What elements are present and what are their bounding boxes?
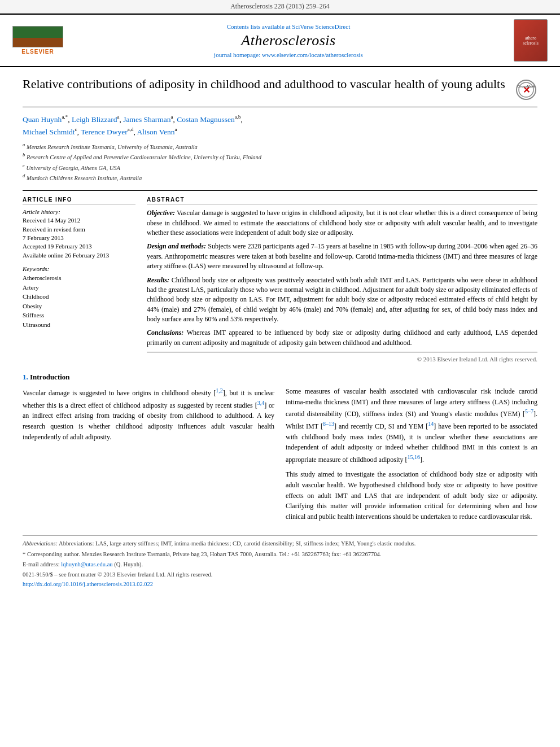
- crossmark-svg: ✕ CrossMark: [518, 81, 535, 98]
- sciverse-line: Contents lists available at SciVerse Sci…: [75, 23, 502, 30]
- intro-right-para1: Some measures of vascular health associa…: [286, 386, 537, 465]
- keyword-stiffness: Stiffness: [23, 311, 135, 320]
- abstract-design-head: Design and methods:: [147, 242, 206, 250]
- logo-brown-part: [13, 38, 63, 47]
- received-date: Received 14 May 2012: [23, 216, 135, 225]
- abstract-conclusions-head: Conclusions:: [147, 329, 183, 337]
- affil-a: a Menzies Research Institute Tasmania, U…: [23, 141, 537, 151]
- email-link[interactable]: lqhuynh@utas.edu.au: [61, 561, 112, 567]
- sciverse-link[interactable]: SciVerse ScienceDirect: [292, 23, 350, 30]
- abstract-label: ABSTRACT: [147, 196, 537, 205]
- received-revised-label: Received in revised form: [23, 225, 135, 234]
- footnote-email: E-mail address: lqhuynh@utas.edu.au (Q. …: [23, 560, 537, 569]
- abstract-results-text: Childhood body size or adiposity was pos…: [147, 276, 537, 324]
- affil-d: d Murdoch Childrens Research Institute, …: [23, 172, 537, 182]
- abstract-conclusions-text: Whereas IMT appeared to be influenced by…: [147, 329, 537, 346]
- authors: Quan Huynha,*, Leigh Blizzarda, James Sh…: [23, 113, 537, 138]
- intro-title: 1. Introduction: [23, 373, 537, 382]
- abbrev-text: Abbreviations: LAS, large artery stiffne…: [59, 540, 415, 547]
- thumbnail-label: atherosclerosis: [522, 34, 540, 47]
- article-title: Relative contributions of adiposity in c…: [23, 76, 509, 93]
- doi-line[interactable]: http://dx.doi.org/10.1016/j.atherosclero…: [23, 581, 537, 587]
- elsevier-wordmark: ELSEVIER: [21, 49, 54, 55]
- footnote-issn: 0021-9150/$ – see front matter © 2013 El…: [23, 570, 537, 579]
- elsevier-logo-image: [12, 26, 63, 47]
- intro-section-title: Introduction: [30, 373, 70, 381]
- keyword-atherosclerosis: Atherosclerosis: [23, 273, 135, 283]
- abstract-results: Results: Childhood body size or adiposit…: [147, 276, 537, 325]
- author-terence: Terence Dwyer: [81, 128, 128, 136]
- journal-homepage: journal homepage: www.elsevier.com/locat…: [75, 51, 502, 58]
- footnote-corresponding: * Corresponding author. Menzies Research…: [23, 550, 537, 558]
- svg-text:CrossMark: CrossMark: [518, 85, 535, 88]
- keyword-obesity: Obesity: [23, 302, 135, 311]
- introduction-section: 1. Introduction Vascular damage is sugge…: [23, 373, 537, 526]
- article-title-area: Relative contributions of adiposity in c…: [23, 76, 537, 107]
- abstract-objective: Objective: Vascular damage is suggested …: [147, 208, 537, 238]
- footnote-abbreviations: Abbreviations: Abbreviations: LAS, large…: [23, 539, 537, 548]
- intro-left-para: Vascular damage is suggested to have ori…: [23, 386, 274, 442]
- intro-columns: Vascular damage is suggested to have ori…: [23, 386, 537, 526]
- affil-c: c University of Georgia, Athens GA, USA: [23, 162, 537, 172]
- main-content: Relative contributions of adiposity in c…: [0, 67, 560, 599]
- copyright-line: © 2013 Elsevier Ireland Ltd. All rights …: [147, 352, 537, 362]
- keyword-artery: Artery: [23, 283, 135, 292]
- journal-header: ELSEVIER Contents lists available at Sci…: [0, 14, 560, 67]
- affil-b: b Research Centre of Applied and Prevent…: [23, 151, 537, 161]
- article-history: Article history: Received 14 May 2012 Re…: [23, 208, 135, 260]
- author-quan: Quan Huynh: [23, 115, 62, 124]
- intro-section-num: 1.: [23, 373, 28, 381]
- abstract-column: ABSTRACT Objective: Vascular damage is s…: [147, 196, 537, 362]
- intro-left: Vascular damage is suggested to have ori…: [23, 386, 274, 526]
- author-alison: Alison Venn: [137, 128, 175, 136]
- article-info-column: ARTICLE INFO Article history: Received 1…: [23, 196, 135, 362]
- logo-green-part: [13, 27, 63, 38]
- footnote-area: Abbreviations: Abbreviations: LAS, large…: [23, 535, 537, 587]
- journal-citation: Atherosclerosis 228 (2013) 259–264: [230, 2, 330, 10]
- keyword-ultrasound: Ultrasound: [23, 320, 135, 330]
- affiliations: a Menzies Research Institute Tasmania, U…: [23, 141, 537, 182]
- accepted-date: Accepted 19 February 2013: [23, 242, 135, 251]
- article-info-label: ARTICLE INFO: [23, 196, 135, 205]
- available-date: Available online 26 February 2013: [23, 251, 135, 260]
- journal-name: Atherosclerosis: [75, 32, 502, 49]
- abstract-conclusions: Conclusions: Whereas IMT appeared to be …: [147, 328, 537, 348]
- abstract-objective-head: Objective:: [147, 209, 175, 217]
- author-leigh: Leigh Blizzard: [72, 115, 117, 124]
- journal-thumbnail-area: atherosclerosis: [508, 19, 553, 62]
- author-michael: Michael Schmidt: [23, 128, 75, 136]
- abbrev-label: Abbreviations:: [23, 540, 58, 547]
- elsevier-logo-area: ELSEVIER: [7, 26, 69, 55]
- author-james: James Sharman: [123, 115, 170, 124]
- crossmark-area[interactable]: ✕ CrossMark: [515, 78, 537, 101]
- abstract-objective-text: Vascular damage is suggested to have ori…: [147, 209, 537, 237]
- abstract-design: Design and methods: Subjects were 2328 p…: [147, 242, 537, 271]
- info-abstract-columns: ARTICLE INFO Article history: Received 1…: [23, 190, 537, 362]
- crossmark-icon: ✕ CrossMark: [516, 80, 536, 100]
- revised-date: 7 February 2013: [23, 234, 135, 242]
- history-label: Article history:: [23, 208, 135, 215]
- author-costan: Costan Magnussen: [177, 115, 234, 124]
- keywords-label: Keywords:: [23, 265, 135, 272]
- keywords-section: Keywords: Atherosclerosis Artery Childho…: [23, 265, 135, 329]
- keyword-childhood: Childhood: [23, 292, 135, 302]
- journal-thumbnail: atherosclerosis: [514, 19, 548, 62]
- top-bar: Atherosclerosis 228 (2013) 259–264: [0, 0, 560, 14]
- abstract-results-head: Results:: [147, 276, 169, 284]
- intro-right: Some measures of vascular health associa…: [286, 386, 537, 526]
- journal-title-area: Contents lists available at SciVerse Sci…: [75, 23, 502, 58]
- homepage-url[interactable]: www.elsevier.com/locate/atherosclerosis: [262, 51, 363, 58]
- intro-right-para2: This study aimed to investigate the asso…: [286, 469, 537, 522]
